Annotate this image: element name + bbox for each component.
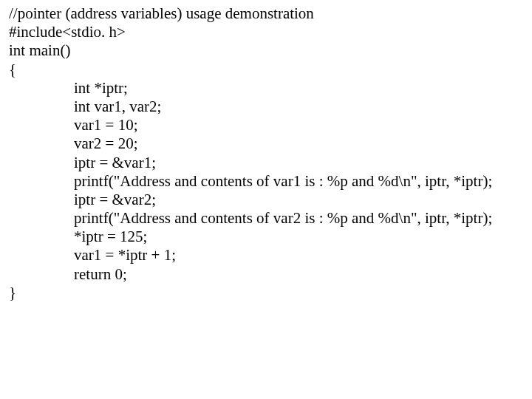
code-line: var1 = 10; [9,116,523,134]
code-document: //pointer (address variables) usage demo… [0,0,532,307]
code-line: *iptr = 125; [9,228,523,246]
code-line: iptr = &var1; [9,154,523,172]
code-line: int var1, var2; [9,98,523,116]
code-line: var2 = 20; [9,134,523,153]
code-line: var1 = *iptr + 1; [9,246,523,265]
code-line: #include<stdio. h> [9,23,523,41]
code-line: { [9,61,523,79]
code-line: printf("Address and contents of var2 is … [9,209,523,228]
code-line: iptr = &var2; [9,191,523,209]
code-line: return 0; [9,265,523,284]
code-line: int *iptr; [9,79,523,98]
code-line: } [9,284,523,302]
code-line: printf("Address and contents of var1 is … [9,172,523,191]
code-line: int main() [9,41,523,60]
code-line: //pointer (address variables) usage demo… [9,4,523,23]
